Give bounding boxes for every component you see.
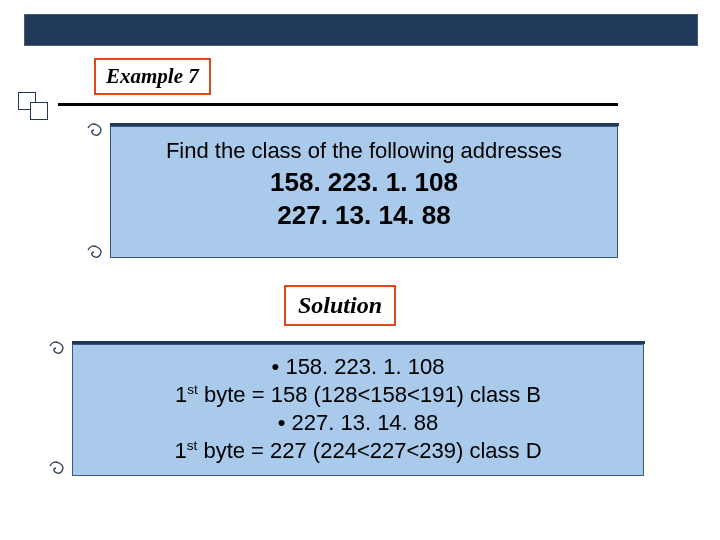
solution-text: byte = 227 (224<227<239) class D [197,438,541,463]
solution-line1: • 158. 223. 1. 108 [73,353,643,381]
solution-label-box: Solution [284,285,396,326]
solution-text: byte = 158 (128<158<191) class B [198,382,541,407]
solution-line3: • 227. 13. 14. 88 [73,409,643,437]
solution-content: • 158. 223. 1. 108 1st byte = 158 (128<1… [73,345,643,466]
solution-label: Solution [298,292,382,318]
problem-addr2: 227. 13. 14. 88 [111,199,617,233]
ordinal-suffix: st [187,438,198,453]
solution-line4: 1st byte = 227 (224<227<239) class D [73,437,643,465]
ordinal-suffix: st [187,382,198,397]
solution-box: • 158. 223. 1. 108 1st byte = 158 (128<1… [72,344,644,476]
problem-box: Find the class of the following addresse… [110,126,618,258]
problem-content: Find the class of the following addresse… [111,127,617,233]
title-bar [24,14,698,46]
horizontal-rule [58,103,618,106]
problem-prompt: Find the class of the following addresse… [111,137,617,166]
ordinal-num: 1 [175,382,187,407]
slide: Example 7 Find the class of the followin… [0,0,720,540]
example-label: Example 7 [106,64,199,88]
problem-addr1: 158. 223. 1. 108 [111,166,617,200]
box-top-border [110,123,619,126]
solution-line2: 1st byte = 158 (128<158<191) class B [73,381,643,409]
example-label-box: Example 7 [94,58,211,95]
box-top-border [72,341,645,344]
ordinal-num: 1 [174,438,186,463]
bullet-decoration [10,92,50,122]
square-icon [30,102,48,120]
